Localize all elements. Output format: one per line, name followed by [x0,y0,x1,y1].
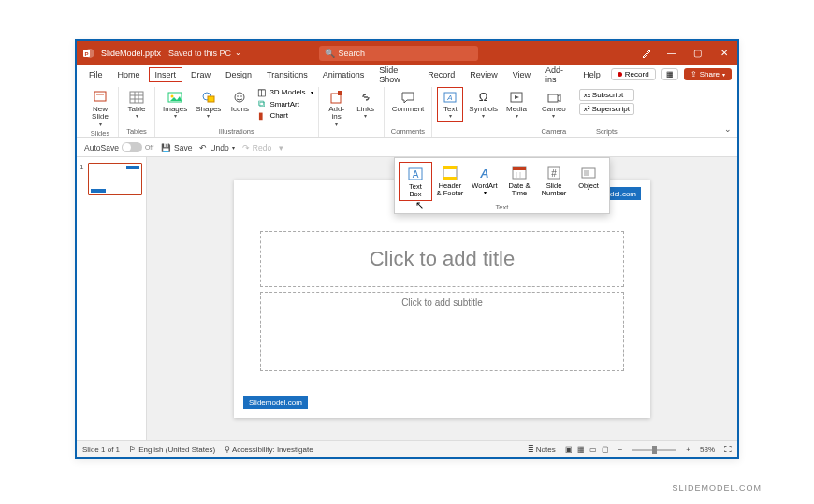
record-button[interactable]: Record [611,68,656,80]
header-footer-button[interactable]: Header & Footer [433,162,467,201]
comment-button[interactable]: Comment [389,87,428,115]
fit-window-icon[interactable]: ⛶ [724,445,732,454]
reading-view-icon[interactable]: ▭ [589,445,597,454]
tab-draw[interactable]: Draw [184,67,217,82]
table-icon [129,89,144,106]
svg-point-15 [238,95,240,97]
slide[interactable]: Model.com Click to add title Click to ad… [234,180,650,418]
group-scripts: x₂Subscript x²Superscript Scripts [574,87,639,137]
maximize-button[interactable]: ▢ [685,41,711,65]
zoom-in-button[interactable]: + [686,445,690,454]
status-bar: Slide 1 of 1 🏳 English (United States) ⚲… [77,440,737,457]
undo-icon: ↶ [199,143,207,152]
images-icon [167,89,182,106]
close-button[interactable]: ✕ [711,41,737,65]
slideshow-view-icon[interactable]: ▢ [602,445,609,454]
tab-animations[interactable]: Animations [316,67,371,82]
icons-button[interactable]: Icons [226,87,253,115]
toggle-icon [122,142,142,152]
group-label-camera: Camera [542,127,567,137]
share-button[interactable]: ⇪Share▾ [684,68,732,80]
group-label-scripts: Scripts [596,127,618,137]
svg-rect-30 [513,167,526,170]
slide-thumbnail-pane: 1 [77,157,147,440]
cameo-icon [546,89,561,106]
smartart-button[interactable]: ⧉SmartArt [255,98,299,109]
svg-rect-26 [443,166,457,169]
superscript-button[interactable]: x²Superscript [579,103,634,115]
group-label-slides: Slides [91,129,109,139]
date-time-button[interactable]: Date & Time [502,162,536,201]
tab-file[interactable]: File [82,67,109,82]
chart-button[interactable]: ▮Chart [255,110,288,121]
slide-thumbnail[interactable] [88,163,142,195]
qat-more[interactable]: ▾ [279,143,283,152]
wordart-button[interactable]: AWordArt▾ [468,162,501,201]
text-button[interactable]: AText▾ [437,87,463,122]
undo-button[interactable]: ↶Undo▾ [199,143,234,152]
accessibility-button[interactable]: ⚲ Accessibility: Investigate [225,445,313,454]
table-button[interactable]: Table▾ [124,87,150,122]
share-label: Share [700,70,720,79]
object-button[interactable]: Object [572,162,605,201]
tab-insert[interactable]: Insert [149,67,183,82]
symbols-button[interactable]: ΩSymbols▾ [466,87,501,122]
subscript-icon: x₂ [584,91,590,99]
notes-button[interactable]: ≣ Notes [528,445,556,454]
zoom-slider[interactable] [632,449,676,451]
subscript-button[interactable]: x₂Subscript [579,89,634,101]
ribbon-tabs: File Home Insert Draw Design Transitions… [77,65,737,84]
tab-record[interactable]: Record [421,67,461,82]
tab-review[interactable]: Review [463,67,504,82]
svg-text:A: A [447,94,453,102]
new-slide-button[interactable]: New Slide▾ [87,87,113,129]
save-button[interactable]: 💾Save [161,143,192,152]
media-button[interactable]: Media▾ [503,87,530,122]
tab-transitions[interactable]: Transitions [260,67,314,82]
subtitle-placeholder[interactable]: Click to add subtitle [260,292,624,371]
group-label-illustrations: Illustrations [219,127,254,137]
minimize-button[interactable]: — [659,41,685,65]
links-button[interactable]: Links▾ [353,87,379,122]
file-name: SlideModel.pptx [101,49,161,58]
sorter-view-icon[interactable]: ▦ [577,445,585,454]
slide-number-button[interactable]: #Slide Number [537,162,571,201]
title-dropdown-icon[interactable]: ⌄ [235,49,241,57]
language-button[interactable]: 🏳 English (United States) [129,445,215,454]
smartart-icon: ⧉ [255,98,267,109]
superscript-icon: x² [584,105,590,113]
tab-design[interactable]: Design [219,67,258,82]
group-illustrations: Images▾ Shapes▾ Icons ◫3D Models▾ ⧉Smart… [155,87,319,137]
text-icon: A [443,89,458,106]
links-icon [358,89,373,106]
images-button[interactable]: Images▾ [160,87,190,122]
tab-addins[interactable]: Add-ins [539,63,574,87]
shapes-button[interactable]: Shapes▾ [193,87,224,122]
search-input[interactable] [319,46,478,61]
zoom-out-button[interactable]: − [618,445,623,454]
shapes-icon [201,89,216,106]
svg-point-11 [171,95,174,98]
collapse-ribbon-icon[interactable]: ⌄ [724,124,732,134]
ribbon: New Slide▾ Slides Table▾ Tables Images▾ … [77,84,737,138]
normal-view-icon[interactable]: ▣ [565,445,573,454]
tab-view[interactable]: View [506,67,537,82]
tab-help[interactable]: Help [576,67,607,82]
present-button[interactable]: ▦ [661,68,678,80]
autosave-toggle[interactable]: AutoSaveOff [84,142,153,152]
pen-icon[interactable] [634,41,659,65]
redo-button[interactable]: ↷Redo [242,143,271,152]
title-placeholder[interactable]: Click to add title [260,231,624,287]
tab-slideshow[interactable]: Slide Show [372,63,419,87]
addins-button[interactable]: Add- ins▾ [324,87,350,129]
attribution: SLIDEMODEL.COM [672,483,762,493]
group-comments: Comment Comments [385,87,433,137]
3d-models-button[interactable]: ◫3D Models▾ [255,87,313,97]
illustration-stack: ◫3D Models▾ ⧉SmartArt ▮Chart [255,87,313,121]
group-camera: Cameo▾ Camera [534,87,574,137]
text-box-button[interactable]: AText Box [399,162,432,201]
svg-rect-22 [548,94,558,102]
tab-home[interactable]: Home [111,67,147,82]
cameo-button[interactable]: Cameo▾ [539,87,569,122]
addins-icon [329,89,344,106]
